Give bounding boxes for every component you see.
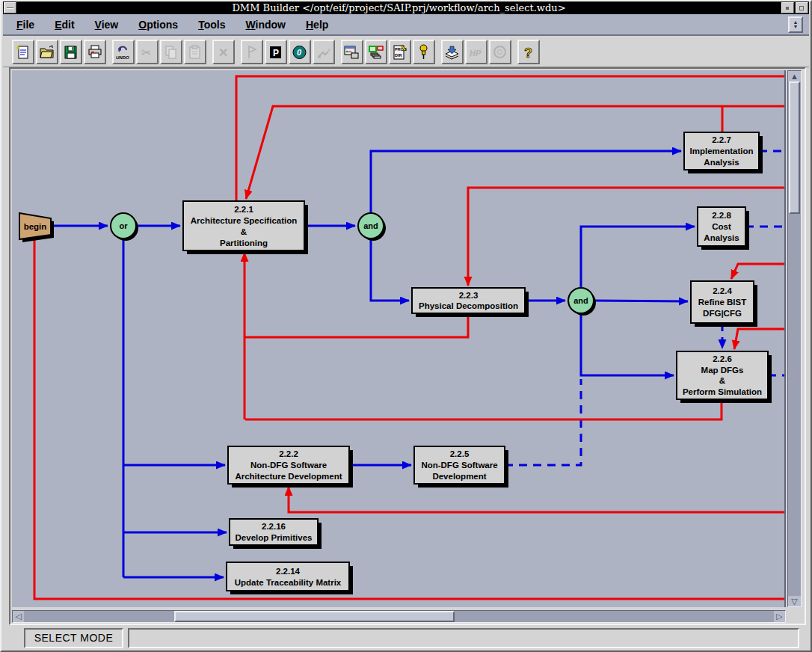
svg-text:begin: begin: [24, 222, 47, 231]
hp-tool-icon: HP: [468, 44, 485, 61]
toolbar-hp-tool-button[interactable]: HP: [465, 40, 487, 64]
diagram-canvas[interactable]: beginorandand2.2.1Architecture Specifica…: [12, 70, 786, 607]
svg-text:Physical Decomposition: Physical Decomposition: [419, 301, 518, 310]
node-2.2.14[interactable]: 2.2.14Update Traceability Matrix: [227, 562, 353, 594]
scroll-down-arrow-icon[interactable]: ▽: [788, 596, 801, 606]
menu-edit[interactable]: Edit: [55, 19, 74, 31]
toolbar-dial-tool-button[interactable]: [489, 40, 511, 64]
svg-text:?: ?: [524, 46, 532, 61]
svg-text:Perform Simulation: Perform Simulation: [683, 387, 762, 396]
edge-2.2.5-to-and2[interactable]: [505, 379, 581, 465]
copy-icon: [163, 44, 179, 61]
workflow-window-icon: [344, 44, 360, 61]
node-2.2.4[interactable]: 2.2.4Refine BISTDFG|CFG: [691, 281, 757, 327]
svg-text:or: or: [120, 221, 129, 230]
toolbar-open-folder-button[interactable]: [36, 40, 58, 64]
delete-x-icon: ✕: [215, 44, 232, 61]
svg-text:2.2.8: 2.2.8: [712, 211, 731, 220]
svg-text:2.2.1: 2.2.1: [234, 205, 253, 214]
open-folder-icon: [39, 44, 55, 61]
toolbar-process-p-button[interactable]: P: [265, 40, 287, 64]
menu-tools[interactable]: Tools: [198, 19, 225, 31]
toolbar-connector-button[interactable]: [313, 40, 335, 64]
edge-and1-to-2.2.3[interactable]: [371, 239, 409, 301]
node-2.2.6[interactable]: 2.2.6Map DFGs&Perform Simulation: [677, 351, 772, 403]
svg-text:2.2.16: 2.2.16: [262, 522, 286, 531]
toolbar-prob-dir-pad-button[interactable]: PROBDIR: [389, 40, 411, 64]
import-stack-icon: [444, 44, 461, 61]
svg-text:Architecture Specification: Architecture Specification: [191, 216, 298, 225]
node-2.2.16[interactable]: 2.2.16Develop Primitives: [230, 519, 322, 549]
work-panel: beginorandand2.2.1Architecture Specifica…: [9, 67, 806, 625]
toolbar-help-question-button[interactable]: ?: [517, 40, 540, 64]
node-2.2.1[interactable]: 2.2.1Architecture Specification&Partitio…: [183, 201, 308, 254]
node-and2[interactable]: and: [568, 288, 596, 316]
menu-options[interactable]: Options: [138, 19, 178, 31]
svg-text:2.2.2: 2.2.2: [279, 449, 298, 458]
svg-text:DFG|CFG: DFG|CFG: [703, 309, 742, 318]
paste-icon: [187, 44, 203, 61]
node-2.2.3[interactable]: 2.2.3Physical Decomposition: [412, 288, 529, 317]
scroll-right-arrow-icon[interactable]: ▷: [774, 611, 785, 622]
svg-text:&: &: [719, 376, 725, 385]
svg-text:Update Traceability Matrix: Update Traceability Matrix: [235, 578, 342, 587]
scroll-up-arrow-icon[interactable]: ▲: [788, 71, 801, 82]
toolbar-zero-state-button[interactable]: 0: [289, 40, 311, 64]
toolbar-new-document-button[interactable]: ✶: [12, 40, 34, 64]
menu-overflow-spinner[interactable]: ▲▼: [788, 16, 803, 33]
edge-and2-to-2.2.6[interactable]: [581, 313, 674, 375]
windows-stack-icon: [368, 44, 384, 61]
edge-red-to-2.2.6-top[interactable]: [734, 329, 786, 349]
node-2.2.7[interactable]: 2.2.7ImplementationAnalysis: [684, 132, 763, 173]
menu-view[interactable]: View: [95, 19, 119, 31]
edge-2.2.6-feedback[interactable]: [245, 399, 722, 419]
new-document-icon: ✶: [15, 44, 31, 61]
toolbar-workflow-window-button[interactable]: [341, 40, 363, 64]
node-2.2.8[interactable]: 2.2.8CostAnalysis: [698, 207, 749, 250]
menu-help[interactable]: Help: [306, 19, 328, 31]
vertical-scrollbar[interactable]: ▲ ▽: [787, 70, 802, 607]
node-and1[interactable]: and: [358, 213, 386, 241]
toolbar-draw-tool-button[interactable]: [241, 40, 263, 64]
vertical-scroll-thumb[interactable]: [789, 82, 800, 214]
edge-and2-to-2.2.4[interactable]: [594, 301, 688, 301]
node-2.2.2[interactable]: 2.2.2Non-DFG SoftwareArchitecture Develo…: [228, 446, 353, 488]
toolbar-delete-x-button[interactable]: ✕: [212, 40, 235, 64]
scroll-left-arrow-icon[interactable]: ◁: [13, 611, 24, 622]
toolbar-windows-stack-button[interactable]: [365, 40, 387, 64]
edge-and1-to-2.2.7[interactable]: [371, 151, 681, 213]
toolbar-copy-button[interactable]: [160, 40, 182, 64]
svg-text:Analysis: Analysis: [704, 158, 739, 167]
svg-text:2.2.6: 2.2.6: [713, 354, 732, 363]
menu-file[interactable]: File: [16, 19, 34, 31]
maximize-icon: [799, 6, 804, 10]
window-menu-button[interactable]: [4, 2, 16, 13]
menu-window[interactable]: Window: [245, 19, 286, 31]
maximize-button[interactable]: [796, 2, 808, 13]
edge-and2-to-2.2.8[interactable]: [581, 227, 695, 288]
svg-text:Map DFGs: Map DFGs: [701, 366, 744, 375]
mode-indicator: SELECT MODE: [24, 628, 123, 648]
svg-text:Cost: Cost: [712, 222, 731, 231]
horizontal-scrollbar[interactable]: ◁ ▷: [12, 610, 786, 623]
node-2.2.5[interactable]: 2.2.5Non-DFG SoftwareDevelopment: [414, 446, 508, 488]
connector-icon: [316, 44, 332, 61]
svg-text:2.2.14: 2.2.14: [276, 567, 301, 576]
print-icon: [87, 44, 103, 61]
svg-text:Architecture Development: Architecture Development: [235, 472, 342, 481]
toolbar-save-floppy-button[interactable]: [60, 40, 82, 64]
minimize-button[interactable]: [781, 2, 794, 13]
edge-red-to-2.2.4-top[interactable]: [731, 264, 786, 279]
toolbar-undo-button[interactable]: UNDO: [112, 40, 135, 64]
node-begin[interactable]: begin: [19, 213, 54, 242]
horizontal-scroll-thumb[interactable]: [174, 611, 455, 622]
node-or[interactable]: or: [111, 213, 138, 241]
toolbar-pushpin-button[interactable]: [413, 40, 435, 64]
status-bar: SELECT MODE: [3, 627, 809, 649]
toolbar-paste-button[interactable]: [184, 40, 206, 64]
edge-red-to-2.2.2-bottom[interactable]: [289, 487, 786, 512]
toolbar-cut-scissors-button[interactable]: ✂: [136, 40, 159, 64]
toolbar-import-stack-button[interactable]: [441, 40, 464, 64]
svg-text:Develop Primitives: Develop Primitives: [236, 533, 313, 542]
toolbar-print-button[interactable]: [84, 40, 106, 64]
